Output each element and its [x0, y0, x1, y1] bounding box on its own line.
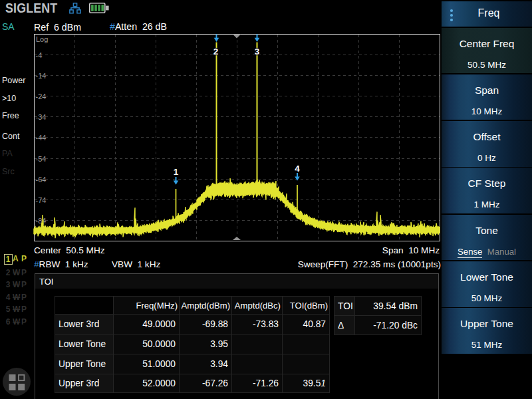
svg-text:-14: -14	[36, 72, 47, 80]
svg-text:-44: -44	[36, 134, 47, 142]
svg-text:2: 2	[213, 47, 219, 57]
svg-text:-54: -54	[36, 155, 47, 163]
svg-text:Log: Log	[36, 35, 48, 43]
svg-text:-4: -4	[36, 51, 43, 59]
svg-text:-24: -24	[36, 92, 47, 100]
svg-text:-74: -74	[36, 196, 47, 204]
svg-text:3: 3	[255, 47, 260, 57]
svg-text:-64: -64	[36, 176, 47, 184]
svg-text:-34: -34	[36, 113, 47, 121]
svg-text:1: 1	[174, 167, 179, 177]
svg-text:-84: -84	[36, 217, 47, 225]
svg-text:4: 4	[295, 164, 300, 174]
